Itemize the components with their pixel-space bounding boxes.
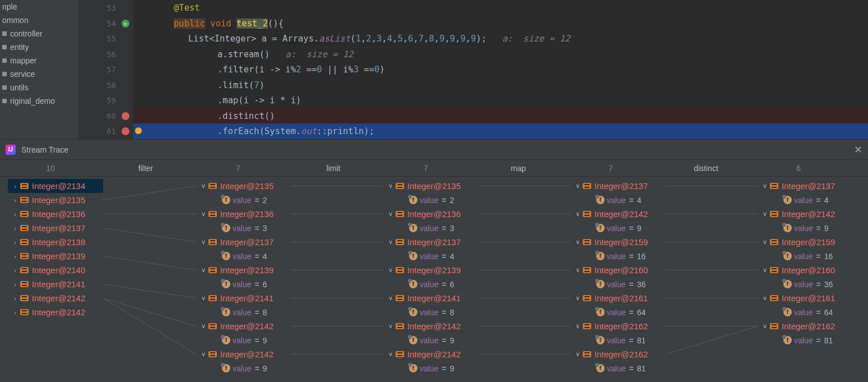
chevron-right-icon[interactable]: › (11, 295, 19, 302)
chevron-right-icon[interactable]: › (11, 197, 19, 204)
project-tree-item[interactable]: riginal_demo (0, 94, 79, 108)
chevron-down-icon[interactable]: ∨ (387, 294, 394, 302)
editor-code-area[interactable]: @Testpublic void test_2(){List<Integer> … (133, 0, 868, 139)
chevron-right-icon[interactable]: › (11, 183, 19, 190)
stream-object-node[interactable]: ∨Integer@2141 (383, 291, 479, 305)
stream-object-node[interactable]: ∨Integer@2142 (383, 347, 479, 361)
stream-object-node[interactable]: ∨Integer@2162 (570, 347, 666, 361)
code-line[interactable]: @Test (133, 0, 868, 16)
chevron-down-icon[interactable]: ∨ (574, 294, 582, 302)
stream-object-node[interactable]: ∨Integer@2161 (570, 291, 666, 305)
chevron-right-icon[interactable]: › (11, 267, 19, 274)
stream-object-node[interactable]: ∨Integer@2136 (383, 207, 479, 221)
stream-object-node[interactable]: ›Integer@2135 (8, 193, 103, 207)
chevron-down-icon[interactable]: ∨ (387, 238, 394, 246)
project-tree-item[interactable]: controller (0, 27, 79, 40)
chevron-down-icon[interactable]: ∨ (761, 294, 769, 302)
stream-object-node[interactable]: ∨Integer@2142 (570, 207, 666, 221)
chevron-right-icon[interactable]: › (11, 281, 19, 288)
code-line[interactable]: public void test_2(){ (133, 16, 868, 31)
stream-object-node[interactable]: ›Integer@2139 (8, 249, 103, 263)
chevron-down-icon[interactable]: ∨ (199, 266, 207, 274)
chevron-down-icon[interactable]: ∨ (199, 182, 207, 190)
stream-object-node[interactable]: ›Integer@2137 (8, 221, 103, 235)
stream-object-node[interactable]: ∨Integer@2161 (758, 291, 853, 305)
chevron-down-icon[interactable]: ∨ (574, 266, 582, 274)
project-tree-item[interactable]: ommon (0, 13, 79, 27)
chevron-right-icon[interactable]: › (11, 239, 19, 246)
stream-object-node[interactable]: ∨Integer@2142 (758, 207, 853, 221)
chevron-down-icon[interactable]: ∨ (761, 238, 769, 246)
chevron-right-icon[interactable]: › (11, 253, 19, 260)
chevron-right-icon[interactable]: › (11, 211, 19, 218)
stream-object-node[interactable]: ∨Integer@2162 (758, 319, 853, 333)
chevron-down-icon[interactable]: ∨ (387, 266, 394, 274)
stream-object-node[interactable]: ∨Integer@2159 (570, 235, 666, 249)
stream-object-node[interactable]: ∨Integer@2142 (196, 319, 291, 333)
stream-object-node[interactable]: ∨Integer@2162 (570, 319, 666, 333)
stream-object-node[interactable]: ∨Integer@2160 (570, 263, 666, 277)
code-line[interactable]: .forEach(System.out::println); (133, 123, 868, 139)
stream-object-node[interactable]: ∨Integer@2136 (196, 207, 291, 221)
code-line[interactable]: .distinct() (133, 108, 868, 124)
stream-object-node[interactable]: ∨Integer@2139 (383, 263, 479, 277)
chevron-down-icon[interactable]: ∨ (761, 323, 769, 330)
chevron-down-icon[interactable]: ∨ (199, 294, 207, 302)
stream-object-node[interactable]: ∨Integer@2137 (383, 235, 479, 249)
stream-object-node[interactable]: ∨Integer@2141 (196, 291, 291, 305)
chevron-right-icon[interactable]: › (11, 309, 19, 316)
stream-object-node[interactable]: ∨Integer@2137 (570, 179, 666, 193)
code-line[interactable]: List<Integer> a = Arrays.asList(1,2,3,4,… (133, 31, 868, 47)
chevron-down-icon[interactable]: ∨ (387, 351, 394, 358)
chevron-down-icon[interactable]: ∨ (199, 351, 207, 358)
stream-object-node[interactable]: ›Integer@2136 (8, 207, 103, 221)
chevron-down-icon[interactable]: ∨ (387, 182, 394, 190)
stream-object-node[interactable]: ∨Integer@2135 (196, 179, 291, 193)
stream-object-node[interactable]: ∨Integer@2159 (758, 235, 853, 249)
stream-object-node[interactable]: ∨Integer@2142 (383, 319, 479, 333)
close-icon[interactable]: ✕ (854, 144, 862, 156)
chevron-down-icon[interactable]: ∨ (387, 210, 394, 218)
chevron-down-icon[interactable]: ∨ (199, 238, 207, 246)
intention-bulb-icon[interactable] (134, 127, 142, 137)
stream-object-node[interactable]: ∨Integer@2137 (758, 179, 853, 193)
chevron-down-icon[interactable]: ∨ (574, 351, 582, 358)
code-editor[interactable]: 5354↻55565758596061 @Testpublic void tes… (80, 0, 868, 139)
project-tree-item[interactable]: nple (0, 0, 79, 13)
chevron-down-icon[interactable]: ∨ (574, 182, 582, 190)
chevron-down-icon[interactable]: ∨ (387, 323, 394, 330)
stream-object-node[interactable]: ∨Integer@2135 (383, 179, 479, 193)
stream-object-node[interactable]: ›Integer@2142 (8, 305, 103, 319)
stream-object-node[interactable]: ›Integer@2142 (8, 291, 103, 305)
project-tree-item[interactable]: untils (0, 81, 79, 94)
project-tree-item[interactable]: service (0, 67, 79, 81)
chevron-down-icon[interactable]: ∨ (761, 210, 769, 218)
chevron-down-icon[interactable]: ∨ (761, 182, 769, 190)
stream-object-node[interactable]: ›Integer@2140 (8, 263, 103, 277)
code-line[interactable]: a.stream() a: size = 12 (133, 47, 868, 62)
project-tree-item[interactable]: mapper (0, 54, 79, 67)
stream-object-node[interactable]: ∨Integer@2137 (196, 235, 291, 249)
breakpoint-icon[interactable] (122, 112, 129, 120)
code-line[interactable]: .limit(7) (133, 77, 868, 93)
chevron-down-icon[interactable]: ∨ (574, 238, 582, 246)
chevron-down-icon[interactable]: ∨ (574, 210, 582, 218)
chevron-down-icon[interactable]: ∨ (199, 210, 207, 218)
stream-object-node[interactable]: ∨Integer@2142 (196, 347, 291, 361)
project-tree[interactable]: npleommoncontrollerentitymapperserviceun… (0, 0, 80, 139)
run-gutter-icon[interactable]: ↻ (122, 20, 129, 27)
stream-object-node[interactable]: ∨Integer@2139 (196, 263, 291, 277)
breakpoint-icon[interactable] (122, 127, 129, 135)
stream-object-node[interactable]: ›Integer@2134 (8, 179, 103, 193)
project-tree-item[interactable]: entity (0, 40, 79, 54)
chevron-down-icon[interactable]: ∨ (199, 323, 207, 330)
chevron-right-icon[interactable]: › (11, 225, 19, 232)
field-icon: f (222, 196, 230, 204)
stream-object-node[interactable]: ›Integer@2138 (8, 235, 103, 249)
chevron-down-icon[interactable]: ∨ (574, 323, 582, 330)
code-line[interactable]: .filter(i -> i%2 ==0 || i%3 ==0) (133, 62, 868, 77)
code-line[interactable]: .map(i -> i * i) (133, 93, 868, 108)
chevron-down-icon[interactable]: ∨ (761, 266, 769, 274)
stream-object-node[interactable]: ∨Integer@2160 (758, 263, 853, 277)
stream-object-node[interactable]: ›Integer@2141 (8, 277, 103, 291)
